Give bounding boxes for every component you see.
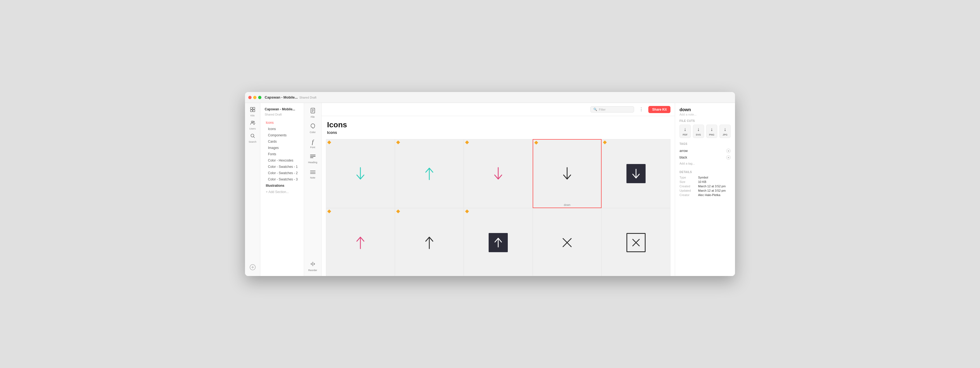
white-arrow-down-svg: [631, 168, 641, 179]
tag-arrow-remove[interactable]: ✕: [726, 149, 730, 153]
detail-key-updated: Updated: [679, 189, 696, 192]
icon-cell-arrow-down-pink[interactable]: [464, 139, 533, 208]
icon-cell-x-close[interactable]: [533, 208, 601, 276]
nav-item-label: Illustrations: [266, 184, 285, 187]
nav-item-label: Fonts: [268, 152, 276, 156]
nav-item-color-hexcodes[interactable]: Color - Hexcodes: [261, 157, 303, 163]
share-kit-button[interactable]: Share Kit: [648, 106, 670, 113]
tag-item-arrow: arrow ✕: [679, 147, 730, 154]
add-button[interactable]: [247, 262, 258, 273]
tool-file-label: File: [310, 115, 315, 118]
file-cuts-section: ↓ PDF ↓ SVG ↓ PNG ↓ JPG: [679, 125, 730, 138]
tool-note[interactable]: Note: [306, 168, 320, 181]
file-cut-svg[interactable]: ↓ SVG: [693, 125, 704, 138]
nav-item-icons[interactable]: Icons: [261, 126, 303, 132]
sidebar-nav: Capswan - Mobile... Shared Draft Icons I…: [260, 103, 304, 276]
nav-item-components[interactable]: Components: [261, 132, 303, 138]
arrow-down-teal-svg: [353, 165, 367, 182]
file-cut-jpg[interactable]: ↓ JPG: [719, 125, 730, 138]
kits-label: Kits: [250, 114, 255, 117]
nav-item-cards[interactable]: Cards: [261, 139, 303, 145]
arrow-up-teal-svg: [422, 165, 436, 182]
detail-key-creator: Creator: [679, 193, 696, 197]
maximize-button[interactable]: [258, 96, 261, 99]
minimize-button[interactable]: [253, 96, 256, 99]
icon-cell-dark-box-down[interactable]: [601, 139, 670, 208]
download-pdf-icon: ↓: [684, 126, 686, 132]
tag-black-remove[interactable]: ✕: [726, 155, 730, 160]
close-button[interactable]: [248, 96, 251, 99]
icon-cell-arrow-down-teal[interactable]: [326, 139, 395, 208]
detail-key-type: Type: [679, 176, 696, 179]
details-section: Type Symbol Size 10 KB Created March 12 …: [679, 176, 730, 197]
tool-reorder[interactable]: Reorder: [306, 259, 320, 273]
tool-file[interactable]: File: [306, 106, 320, 119]
icon-cell-dark-box-up[interactable]: [464, 208, 533, 276]
sidebar-item-kits[interactable]: Kits: [247, 106, 258, 117]
file-cut-pdf-label: PDF: [682, 133, 687, 136]
sidebar-item-search[interactable]: Search: [247, 133, 258, 144]
diamond-marker: [396, 141, 400, 144]
diamond-marker: [327, 210, 331, 213]
icon-cell-x-box[interactable]: [601, 208, 670, 276]
detail-creator: Creator Alec Hale-Pletka: [679, 193, 730, 197]
nav-item-fonts[interactable]: Fonts: [261, 151, 303, 157]
icon-cell-arrow-down-dark-selected[interactable]: down: [533, 139, 601, 208]
arrow-down-dark-svg: [560, 165, 574, 182]
add-tag-button[interactable]: Add a tag...: [679, 161, 730, 166]
file-cut-png[interactable]: ↓ PNG: [706, 125, 718, 138]
nav-item-color-swatches-1[interactable]: Color - Swatches - 1: [261, 164, 303, 170]
tool-heading-label: Heading: [308, 161, 317, 164]
icon-cell-arrow-up-pink[interactable]: [326, 208, 395, 276]
tool-font[interactable]: f Font: [306, 137, 320, 150]
nav-item-icons-header[interactable]: Icons: [261, 120, 303, 126]
tool-font-label: Font: [310, 146, 315, 149]
users-label: Users: [250, 127, 256, 130]
nav-item-add-section[interactable]: + Add Section...: [261, 189, 303, 195]
diamond-marker: [465, 210, 469, 213]
nav-item-images[interactable]: Images: [261, 145, 303, 151]
sidebar-item-users[interactable]: Users: [247, 119, 258, 130]
x-box-svg: [630, 237, 642, 249]
tool-color[interactable]: Color: [306, 122, 320, 135]
tools-sidebar: File Color f Font He: [304, 103, 321, 276]
nav-item-label: + Add Section...: [266, 190, 289, 194]
arrow-up-pink-svg: [353, 234, 367, 251]
nav-item-illustrations[interactable]: Illustrations: [261, 182, 303, 189]
x-close-svg: [559, 234, 575, 251]
nav-item-label: Cards: [268, 140, 277, 144]
nav-item-color-swatches-3[interactable]: Color - Swatches - 3: [261, 176, 303, 182]
nav-item-label: Components: [268, 133, 286, 137]
window-subtitle: Shared Draft: [299, 96, 317, 99]
white-arrow-up-svg: [493, 237, 503, 248]
icon-cell-arrow-up-teal[interactable]: [395, 139, 464, 208]
tags-section: arrow ✕ black ✕ Add a tag...: [679, 147, 730, 166]
arrow-up-dark-svg: [422, 234, 436, 251]
cell-label-down: down: [564, 203, 570, 206]
more-options-button[interactable]: ⋮: [637, 106, 645, 114]
file-cut-pdf[interactable]: ↓ PDF: [679, 125, 691, 138]
detail-updated: Updated March 12 at 3:52 pm: [679, 189, 730, 192]
diamond-marker: [396, 210, 400, 213]
tool-note-label: Note: [310, 176, 315, 179]
topbar: 🔍 Filter ⋮ Share Kit: [321, 103, 675, 116]
right-panel-note[interactable]: Add a note...: [679, 113, 730, 116]
titlebar: Capswan - Mobile... Shared Draft: [245, 92, 735, 103]
nav-subtitle: Shared Draft: [260, 112, 304, 118]
tool-heading[interactable]: Heading: [306, 152, 320, 165]
right-panel: down Add a note... FILE CUTS ↓ PDF ↓ SVG…: [675, 103, 735, 276]
detail-key-size: Size: [679, 180, 696, 184]
svg-rect-0: [250, 107, 252, 109]
search-icon: [250, 133, 255, 140]
icon-cell-arrow-up-dark[interactable]: [395, 208, 464, 276]
content-area: 🔍 Filter ⋮ Share Kit Icons Icons: [321, 103, 675, 276]
heading-icon: [310, 154, 316, 160]
svg-rect-1: [253, 107, 255, 109]
download-jpg-icon: ↓: [724, 126, 726, 132]
nav-item-label: Color - Hexcodes: [268, 158, 293, 162]
filter-input[interactable]: 🔍 Filter: [590, 106, 634, 112]
details-label: DETAILS: [679, 171, 730, 174]
file-cut-svg-label: SVG: [696, 133, 701, 136]
detail-size: Size 10 KB: [679, 180, 730, 184]
nav-item-color-swatches-2[interactable]: Color - Swatches - 2: [261, 170, 303, 176]
